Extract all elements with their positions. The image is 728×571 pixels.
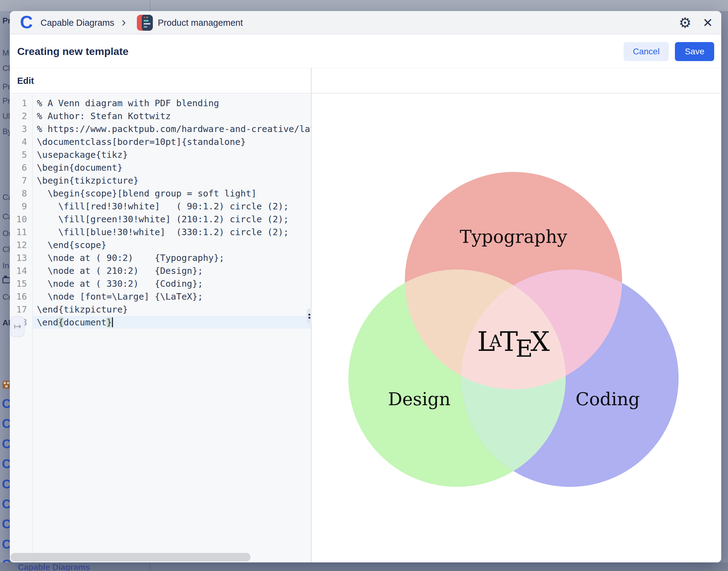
background-sidebar-item: Ca bbox=[2, 212, 10, 221]
indent-guide-button[interactable]: ↦ bbox=[10, 316, 24, 337]
code-line[interactable]: 4\documentclass[border=10pt]{standalone} bbox=[10, 135, 311, 148]
code-text[interactable]: \begin{tikzpicture} bbox=[37, 174, 311, 187]
venn-label-latex: LATEX bbox=[477, 326, 550, 362]
product-management-icon bbox=[137, 15, 153, 31]
line-number: 1 bbox=[10, 97, 27, 110]
background-sidebar-item: In bbox=[2, 261, 9, 270]
code-line[interactable]: 7\begin{tikzpicture} bbox=[10, 174, 311, 187]
code-line[interactable]: 5\usepackage{tikz} bbox=[10, 148, 311, 161]
code-text[interactable]: \begin{scope}[blend group = soft light] bbox=[37, 187, 311, 200]
code-text[interactable]: \node at ( 90:2) {Typography}; bbox=[37, 251, 311, 264]
background-template-logo: C bbox=[2, 437, 10, 451]
edit-panel-label: Edit bbox=[17, 68, 34, 94]
line-number: 3 bbox=[10, 122, 27, 135]
line-number: 10 bbox=[10, 213, 27, 226]
background-sidebar-item: Ul bbox=[2, 111, 10, 121]
modal-header: C Capable Diagrams › Product management … bbox=[10, 11, 721, 34]
code-text[interactable]: % A Venn diagram with PDF blending bbox=[37, 97, 311, 110]
code-text[interactable]: \end{tikzpicture} bbox=[37, 303, 311, 316]
settings-gear-icon[interactable]: ⚙ bbox=[677, 14, 694, 31]
line-number: 15 bbox=[10, 277, 27, 290]
code-line[interactable]: 1% A Venn diagram with PDF blending bbox=[10, 97, 311, 110]
code-text[interactable]: \end{scope} bbox=[37, 239, 311, 251]
background-template-logo: C bbox=[2, 557, 10, 562]
code-line[interactable]: 10 \fill[green!30!white] (210:1.2) circl… bbox=[10, 213, 311, 226]
close-icon[interactable]: ✕ bbox=[699, 15, 716, 32]
background-sidebar-item: Cl bbox=[2, 64, 10, 73]
background-sidebar-item: Pr bbox=[2, 82, 10, 92]
code-line[interactable]: 11 \fill[blue!30!white] (330:1.2) circle… bbox=[10, 226, 311, 239]
folder-icon bbox=[2, 277, 10, 283]
background-bottom-strip: Capable Diagrams bbox=[0, 562, 728, 571]
background-panel-divider bbox=[150, 562, 150, 571]
background-panel-divider bbox=[150, 0, 150, 11]
code-text[interactable]: \fill[red!30!white] ( 90:1.2) circle (2)… bbox=[37, 200, 311, 213]
line-number: 17 bbox=[10, 303, 27, 316]
code-text[interactable]: \node at ( 210:2) {Design}; bbox=[37, 264, 311, 277]
breadcrumb-separator-icon: › bbox=[122, 11, 126, 34]
code-line[interactable]: 14 \node at ( 210:2) {Design}; bbox=[10, 264, 311, 277]
modal-title-row: Creating new template Cancel Save bbox=[10, 35, 721, 68]
code-line[interactable]: 18\end{document} bbox=[10, 316, 311, 329]
code-line[interactable]: 9 \fill[red!30!white] ( 90:1.2) circle (… bbox=[10, 200, 311, 213]
line-number: 9 bbox=[10, 200, 27, 213]
code-line[interactable]: 2% Author: Stefan Kottwitz bbox=[10, 110, 311, 122]
app-logo-icon: C bbox=[18, 13, 35, 31]
background-template-logo: C bbox=[2, 396, 10, 411]
panel-header-row: Edit Preview bbox=[10, 68, 721, 94]
code-text[interactable]: \node [font=\Large] {\LaTeX}; bbox=[37, 290, 311, 303]
line-number: 8 bbox=[10, 187, 27, 200]
new-template-modal: C Capable Diagrams › Product management … bbox=[10, 11, 721, 562]
line-number: 14 bbox=[10, 264, 27, 277]
code-editor[interactable]: 1% A Venn diagram with PDF blending2% Au… bbox=[10, 94, 311, 562]
save-button[interactable]: Save bbox=[675, 42, 714, 61]
code-text[interactable]: \usepackage{tikz} bbox=[37, 148, 311, 161]
background-template-logo: C bbox=[2, 497, 10, 511]
text-cursor bbox=[112, 318, 113, 327]
editor-horizontal-scrollbar[interactable] bbox=[10, 553, 250, 562]
diagram-preview-pane: TypographyDesignCodingLATEX bbox=[312, 94, 721, 562]
background-top-strip bbox=[0, 0, 728, 11]
background-template-logo: C bbox=[2, 477, 10, 491]
background-template-logo: C bbox=[2, 537, 10, 552]
background-template-logo: C bbox=[2, 416, 10, 431]
background-sidebar-item: Pr bbox=[2, 96, 10, 106]
code-text[interactable]: \end{document} bbox=[37, 316, 311, 329]
line-number: 13 bbox=[10, 251, 27, 264]
line-number: 11 bbox=[10, 226, 27, 239]
code-line[interactable]: 3% https://www.packtpub.com/hardware-and… bbox=[10, 122, 311, 135]
venn-label-design: Design bbox=[388, 389, 451, 410]
background-sidebar-item: By bbox=[2, 127, 10, 136]
code-text[interactable]: \documentclass[border=10pt]{standalone} bbox=[37, 135, 311, 148]
matching-brace: { bbox=[58, 317, 64, 328]
sitemap-icon bbox=[2, 381, 10, 389]
breadcrumb-app-name[interactable]: Capable Diagrams bbox=[40, 11, 114, 34]
line-number: 4 bbox=[10, 135, 27, 148]
background-footer-text: Capable Diagrams bbox=[18, 563, 90, 571]
line-number: 7 bbox=[10, 174, 27, 187]
code-line[interactable]: 8 \begin{scope}[blend group = soft light… bbox=[10, 187, 311, 200]
code-text[interactable]: \fill[blue!30!white] (330:1.2) circle (2… bbox=[37, 226, 311, 239]
code-line[interactable]: 13 \node at ( 90:2) {Typography}; bbox=[10, 251, 311, 264]
cancel-button[interactable]: Cancel bbox=[624, 42, 669, 61]
breadcrumb-page-name[interactable]: Product management bbox=[158, 11, 243, 34]
background-page-heading: Pr bbox=[2, 16, 10, 25]
code-text[interactable]: % https://www.packtpub.com/hardware-and-… bbox=[37, 122, 311, 135]
venn-label-coding: Coding bbox=[576, 389, 640, 410]
code-line[interactable]: 15 \node at ( 330:2) {Coding}; bbox=[10, 277, 311, 290]
code-text[interactable]: % Author: Stefan Kottwitz bbox=[37, 110, 311, 122]
background-template-logo: C bbox=[2, 456, 10, 471]
code-text[interactable]: \begin{document} bbox=[37, 161, 311, 174]
background-sidebar-item: M bbox=[2, 48, 9, 58]
background-sidebar-item: Ca bbox=[2, 193, 10, 202]
background-sidebar-item: Cr bbox=[2, 292, 10, 302]
code-line[interactable]: 12 \end{scope} bbox=[10, 239, 311, 251]
line-number: 16 bbox=[10, 290, 27, 303]
code-line[interactable]: 6\begin{document} bbox=[10, 161, 311, 174]
code-line[interactable]: 17\end{tikzpicture} bbox=[10, 303, 311, 316]
venn-label-typography: Typography bbox=[460, 226, 567, 247]
code-text[interactable]: \fill[green!30!white] (210:1.2) circle (… bbox=[37, 213, 311, 226]
code-line[interactable]: 16 \node [font=\Large] {\LaTeX}; bbox=[10, 290, 311, 303]
background-section-label: AP bbox=[2, 318, 10, 328]
code-text[interactable]: \node at ( 330:2) {Coding}; bbox=[37, 277, 311, 290]
